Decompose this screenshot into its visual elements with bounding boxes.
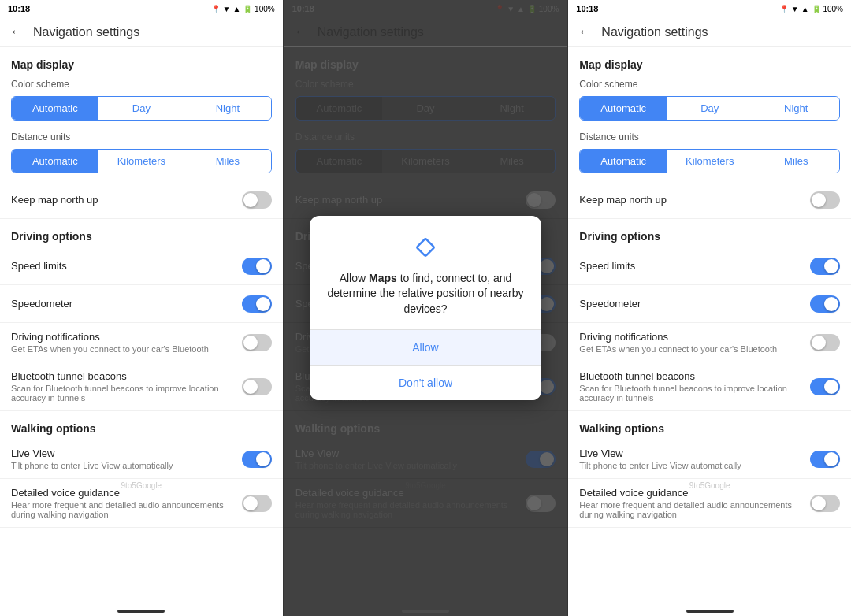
home-indicator (568, 603, 851, 616)
deny-button[interactable]: Don't allow (310, 366, 541, 400)
setting-row: Speed limits (0, 247, 283, 285)
setting-row-desc: Hear more frequent and detailed audio an… (579, 500, 810, 519)
segmented-control: AutomaticKilometersMiles (11, 149, 272, 173)
toggle-switch[interactable] (242, 334, 272, 351)
setting-row-desc: Get ETAs when you connect to your car's … (579, 344, 810, 354)
setting-row-title: Driving notifications (11, 331, 242, 343)
setting-row-left: Keep map north up (11, 194, 242, 206)
toggle-switch[interactable] (810, 258, 840, 275)
signal-icon: ▼ (223, 5, 231, 13)
battery-icon: 🔋 100% (812, 5, 843, 13)
seg-btn-kilometers[interactable]: Kilometers (98, 150, 185, 173)
toggle-switch[interactable] (242, 191, 272, 209)
home-bar (686, 610, 734, 613)
seg-btn-automatic[interactable]: Automatic (580, 97, 667, 120)
seg-btn-day[interactable]: Day (98, 97, 185, 120)
wifi-icon: ▲ (801, 5, 809, 13)
toggle-switch[interactable] (242, 258, 272, 275)
nav-header: ←Navigation settings (0, 17, 283, 47)
seg-btn-automatic[interactable]: Automatic (580, 150, 667, 173)
setting-row: Detailed voice guidanceHear more frequen… (0, 479, 283, 528)
seg-btn-night[interactable]: Night (184, 97, 271, 120)
dialog-title: Allow Maps to find, connect to, and dete… (324, 271, 527, 317)
home-indicator (0, 603, 283, 616)
setting-row: Live ViewTilt phone to enter Live View a… (568, 440, 851, 479)
seg-btn-miles[interactable]: Miles (753, 150, 839, 173)
setting-row-left: Live ViewTilt phone to enter Live View a… (11, 447, 242, 470)
setting-row-left: Keep map north up (579, 194, 810, 206)
setting-row-title: Keep map north up (11, 194, 242, 206)
seg-btn-day[interactable]: Day (667, 97, 753, 120)
toggle-switch[interactable] (810, 295, 840, 313)
toggle-switch[interactable] (242, 495, 272, 512)
setting-row-title: Bluetooth tunnel beacons (11, 370, 242, 382)
segmented-control: AutomaticDayNight (11, 96, 272, 121)
setting-row-title: Keep map north up (579, 194, 810, 206)
wifi-icon: ▲ (232, 5, 240, 13)
toggle-switch[interactable] (810, 378, 840, 395)
svg-rect-0 (417, 238, 435, 256)
subsection-label: Color scheme (0, 76, 283, 95)
section-title-2: Walking options (0, 411, 283, 440)
toggle-knob (256, 452, 270, 466)
subsection-label: Color scheme (568, 76, 851, 95)
dialog-icon (411, 233, 440, 262)
back-button[interactable]: ← (578, 24, 592, 40)
setting-row-desc: Hear more frequent and detailed audio an… (11, 500, 242, 519)
page-title: Navigation settings (601, 25, 708, 39)
status-icons: 📍 ▼ ▲ 🔋 100% (779, 5, 843, 13)
segmented-control: AutomaticKilometersMiles (579, 149, 840, 173)
setting-row: Keep map north up (568, 181, 851, 219)
setting-row: Speed limits (568, 247, 851, 285)
seg-btn-miles[interactable]: Miles (184, 150, 271, 173)
location-icon: 📍 (779, 5, 789, 13)
toggle-switch[interactable] (242, 378, 272, 395)
back-button[interactable]: ← (9, 24, 24, 40)
toggle-switch[interactable] (242, 451, 272, 468)
toggle-knob (243, 496, 258, 510)
setting-row-title: Speedometer (579, 298, 810, 310)
allow-button[interactable]: Allow (310, 330, 541, 366)
seg-btn-kilometers[interactable]: Kilometers (667, 150, 753, 173)
setting-row-desc: Get ETAs when you connect to your car's … (11, 344, 242, 354)
setting-row: Bluetooth tunnel beaconsScan for Bluetoo… (0, 362, 283, 411)
nav-header: ←Navigation settings (568, 17, 851, 47)
seg-btn-automatic[interactable]: Automatic (12, 150, 98, 173)
toggle-switch[interactable] (810, 191, 840, 209)
content-area: Map displayColor schemeAutomaticDayNight… (568, 47, 851, 603)
status-icons: 📍 ▼ ▲ 🔋 100% (211, 5, 275, 13)
toggle-knob (824, 297, 838, 311)
content-area: Map displayColor schemeAutomaticDayNight… (0, 47, 283, 603)
status-time: 10:18 (576, 4, 598, 13)
toggle-switch[interactable] (242, 295, 272, 313)
setting-row: Bluetooth tunnel beaconsScan for Bluetoo… (568, 362, 851, 411)
battery-icon: 🔋 100% (243, 5, 274, 13)
setting-row-title: Detailed voice guidance (11, 487, 242, 499)
section-title-0: Map display (0, 47, 283, 76)
setting-row-title: Speed limits (579, 260, 810, 272)
seg-btn-night[interactable]: Night (753, 97, 839, 120)
setting-row-title: Driving notifications (579, 331, 810, 343)
setting-row-title: Live View (579, 447, 810, 459)
setting-row-left: Speedometer (579, 298, 810, 310)
toggle-knob (812, 336, 826, 350)
toggle-knob (824, 380, 838, 394)
setting-row-desc: Scan for Bluetooth tunnel beacons to imp… (11, 384, 242, 403)
seg-btn-automatic[interactable]: Automatic (12, 97, 98, 120)
setting-row-left: Driving notificationsGet ETAs when you c… (11, 331, 242, 354)
setting-row-left: Speedometer (11, 298, 242, 310)
toggle-knob (812, 193, 826, 207)
toggle-switch[interactable] (810, 451, 840, 468)
dialog-overlay: Allow Maps to find, connect to, and dete… (284, 0, 567, 616)
toggle-switch[interactable] (810, 495, 840, 512)
setting-row-title: Speed limits (11, 260, 242, 272)
setting-row-title: Bluetooth tunnel beacons (579, 370, 810, 382)
setting-row-left: Driving notificationsGet ETAs when you c… (579, 331, 810, 354)
dialog-buttons: AllowDon't allow (310, 329, 541, 400)
dialog-body: Allow Maps to find, connect to, and dete… (310, 216, 541, 330)
setting-row-left: Speed limits (579, 260, 810, 272)
setting-row-left: Speed limits (11, 260, 242, 272)
section-title-1: Driving options (0, 219, 283, 247)
toggle-switch[interactable] (810, 334, 840, 351)
page-title: Navigation settings (33, 25, 139, 39)
